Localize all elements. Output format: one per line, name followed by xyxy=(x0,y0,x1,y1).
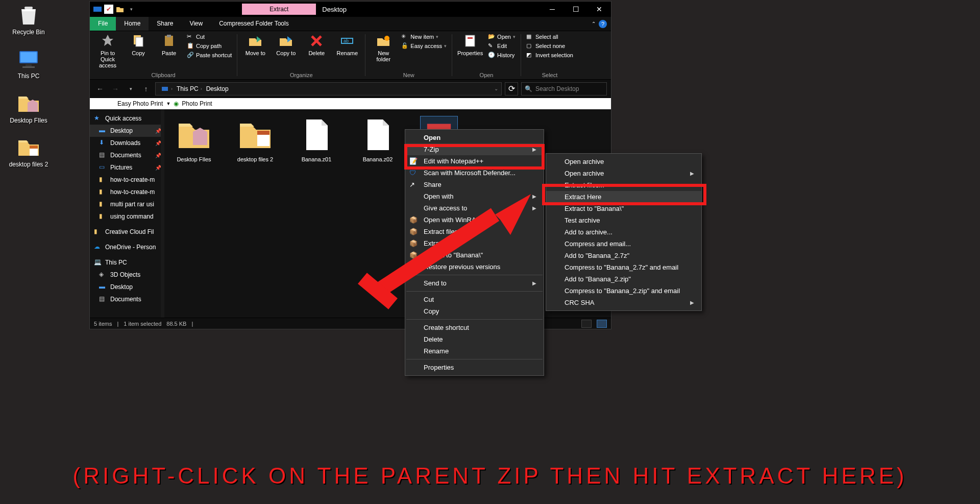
ctx-createshortcut[interactable]: Create shortcut xyxy=(405,322,544,333)
moveto-button[interactable]: Move to xyxy=(242,33,268,56)
ctx-giveaccess[interactable]: Give access to▶ xyxy=(405,202,544,214)
pin-quick-access-button[interactable]: Pin to Quick access xyxy=(95,33,120,68)
selectnone-button[interactable]: ▢Select none xyxy=(526,42,573,50)
epson-easy-print[interactable]: Easy Photo Print xyxy=(117,100,163,107)
nav-desktop-2[interactable]: ▬Desktop xyxy=(90,281,164,293)
nav-folder[interactable]: ▮how-to-create-m xyxy=(90,186,164,198)
desktop-folder-1[interactable]: Desktop FIles xyxy=(5,92,53,124)
paste-button[interactable]: Paste xyxy=(156,33,182,56)
ctx-properties[interactable]: Properties xyxy=(405,362,544,373)
view-tab[interactable]: View xyxy=(181,17,211,31)
up-button[interactable]: ↑ xyxy=(140,85,152,93)
ctx-open[interactable]: Open xyxy=(405,132,544,143)
breadcrumb-seg[interactable]: Desktop xyxy=(206,85,229,92)
ctx-restore[interactable]: Restore previous versions xyxy=(405,261,544,273)
rename-button[interactable]: abRename xyxy=(334,33,360,56)
recent-dropdown[interactable]: ▾ xyxy=(125,86,137,91)
open-button[interactable]: 📂Open ▾ xyxy=(488,33,516,40)
epson-photo-print[interactable]: Photo Print xyxy=(182,100,212,107)
desktop-recycle-bin[interactable]: Recycle Bin xyxy=(5,4,53,36)
ctx-extractfiles[interactable]: 📦Extract files... xyxy=(405,226,544,237)
ctx2-test[interactable]: Test archive xyxy=(546,214,701,226)
ctx2-openarchive[interactable]: Open archive xyxy=(546,156,701,167)
ctx-share[interactable]: ↗Share xyxy=(405,179,544,190)
nav-this-pc[interactable]: 💻This PC xyxy=(90,256,164,269)
nav-desktop[interactable]: ▬Desktop📌 xyxy=(90,125,164,137)
collapse-ribbon-icon[interactable]: ⌃ xyxy=(592,21,596,27)
nav-quick-access[interactable]: ★Quick access xyxy=(90,112,164,125)
ctx2-compzip[interactable]: Compress to "Banana_2.zip" and email xyxy=(546,285,701,297)
qat-newfolder-icon[interactable] xyxy=(115,5,125,14)
ctx2-addarchive[interactable]: Add to archive... xyxy=(546,226,701,238)
nav-folder[interactable]: ▮using command xyxy=(90,210,164,223)
file-item[interactable]: desktop files 2 xyxy=(231,116,280,162)
edit-button[interactable]: ✎Edit xyxy=(488,42,516,50)
ctx-copy[interactable]: Copy xyxy=(405,305,544,317)
ctx2-crc[interactable]: CRC SHA▶ xyxy=(546,297,701,308)
newfolder-button[interactable]: New folder xyxy=(371,33,396,62)
close-button[interactable]: ✕ xyxy=(587,2,611,17)
forward-button[interactable]: → xyxy=(109,85,121,93)
nav-downloads[interactable]: ⬇Downloads📌 xyxy=(90,137,164,149)
copy-button[interactable]: Copy xyxy=(126,33,151,56)
nav-documents-2[interactable]: ▤Documents xyxy=(90,293,164,305)
ctx2-extractto[interactable]: Extract to "Banana\" xyxy=(546,203,701,214)
ctx-extracthere[interactable]: 📦Extract Here xyxy=(405,237,544,249)
ctx-extractto[interactable]: 📦Extract to "Banana\" xyxy=(405,249,544,261)
file-item[interactable]: Banana.z02 xyxy=(353,116,402,162)
minimize-button[interactable]: ─ xyxy=(541,2,564,17)
ctx2-add7z[interactable]: Add to "Banana_2.7z" xyxy=(546,250,701,261)
nav-creative-cloud[interactable]: ▮Creative Cloud Fil xyxy=(90,226,164,238)
nav-folder[interactable]: ▮multi part rar usi xyxy=(90,198,164,210)
selectall-button[interactable]: ▦Select all xyxy=(526,33,573,40)
maximize-button[interactable]: ☐ xyxy=(564,2,587,17)
properties-button[interactable]: Properties xyxy=(457,33,483,56)
details-view-button[interactable] xyxy=(581,320,592,328)
desktop-folder-2[interactable]: desktop files 2 xyxy=(5,136,53,168)
ctx-notepadpp[interactable]: 📝Edit with Notepad++ xyxy=(405,155,544,167)
back-button[interactable]: ← xyxy=(94,85,106,93)
nav-onedrive[interactable]: ☁OneDrive - Person xyxy=(90,241,164,253)
ctx-delete[interactable]: Delete xyxy=(405,333,544,345)
copyto-button[interactable]: Copy to xyxy=(273,33,299,56)
ctx2-openarchive-sub[interactable]: Open archive▶ xyxy=(546,167,701,179)
ctx2-compressemail[interactable]: Compress and email... xyxy=(546,238,701,250)
cut-button[interactable]: ✂Cut xyxy=(187,33,232,40)
desktop-this-pc[interactable]: This PC xyxy=(5,48,53,80)
ctx-sendto[interactable]: Send to▶ xyxy=(405,277,544,289)
delete-button[interactable]: Delete xyxy=(304,33,329,56)
ctx-openwinrar[interactable]: 📦Open with WinRAR xyxy=(405,214,544,226)
ctx-cut[interactable]: Cut xyxy=(405,294,544,305)
file-item[interactable]: Banana.z01 xyxy=(292,116,341,162)
history-button[interactable]: 🕘History xyxy=(488,52,516,59)
ctx-openwith[interactable]: Open with▶ xyxy=(405,190,544,202)
share-tab[interactable]: Share xyxy=(149,17,181,31)
compressed-tools-tab[interactable]: Compressed Folder Tools xyxy=(211,17,297,31)
ctx-7zip[interactable]: 7-Zip▶ xyxy=(405,143,544,155)
qat-properties-icon[interactable]: ✔ xyxy=(104,5,113,14)
ctx2-extracthere[interactable]: Extract Here xyxy=(546,191,701,203)
ctx-defender[interactable]: 🛡Scan with Microsoft Defender... xyxy=(405,167,544,179)
nav-3d-objects[interactable]: ◈3D Objects xyxy=(90,269,164,281)
nav-documents[interactable]: ▤Documents📌 xyxy=(90,149,164,161)
file-item[interactable]: Desktop FIles xyxy=(169,116,218,162)
easyaccess-button[interactable]: 🔓Easy access ▾ xyxy=(401,42,447,50)
ctx2-addzip[interactable]: Add to "Banana_2.zip" xyxy=(546,273,701,285)
newitem-button[interactable]: ✳New item ▾ xyxy=(401,33,447,40)
extract-tab[interactable]: Extract xyxy=(242,4,316,15)
paste-shortcut-button[interactable]: 🔗Paste shortcut xyxy=(187,52,232,59)
nav-pictures[interactable]: ▭Pictures📌 xyxy=(90,161,164,174)
refresh-button[interactable]: ⟳ xyxy=(505,82,518,95)
file-tab[interactable]: File xyxy=(90,17,116,31)
ctx2-extractfiles[interactable]: Extract files... xyxy=(546,179,701,191)
help-icon[interactable]: ? xyxy=(599,20,607,28)
nav-folder[interactable]: ▮how-to-create-m xyxy=(90,174,164,186)
search-input[interactable]: 🔍 Search Desktop xyxy=(521,82,607,95)
breadcrumb-seg[interactable]: This PC xyxy=(177,85,199,92)
qat-dropdown-icon[interactable]: ▾ xyxy=(127,5,136,14)
invertsel-button[interactable]: ◩Invert selection xyxy=(526,52,573,59)
home-tab[interactable]: Home xyxy=(116,17,149,31)
icons-view-button[interactable] xyxy=(597,320,607,328)
ctx-rename[interactable]: Rename xyxy=(405,345,544,357)
breadcrumb[interactable]: › This PC› Desktop ⌄ xyxy=(155,82,502,95)
